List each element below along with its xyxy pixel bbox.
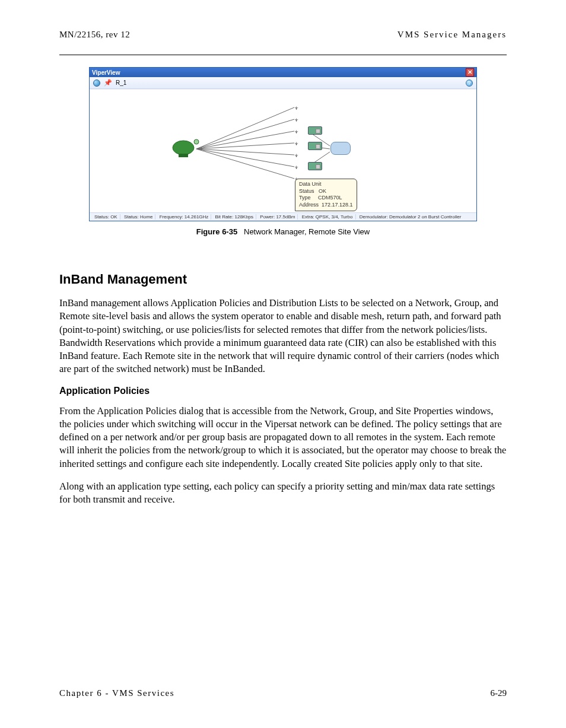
svg-text:⍖: ⍖ xyxy=(294,103,298,112)
tooltip-type-label: Type xyxy=(299,195,311,201)
viperview-window: ViperView ✕ 📌 R_1 ? xyxy=(89,67,477,221)
status-bar: Status: OK Status: Home Frequency: 14.26… xyxy=(90,212,476,221)
paragraph: Along with an application type setting, … xyxy=(59,480,507,507)
status-segment: Extra: QPSK, 3/4, Turbo xyxy=(300,214,356,220)
node-tooltip: Data Unit Status OK Type CDM570L Address… xyxy=(295,179,357,211)
tooltip-type-value: CDM570L xyxy=(318,195,342,201)
figure-caption-text: Network Manager, Remote Site View xyxy=(244,227,370,236)
status-segment: Status: OK xyxy=(92,214,120,220)
svg-point-19 xyxy=(194,139,199,144)
svg-point-17 xyxy=(173,141,194,155)
svg-text:⍖: ⍖ xyxy=(294,151,298,159)
footer-chapter: Chapter 6 - VMS Services xyxy=(59,688,174,698)
svg-line-0 xyxy=(196,107,294,149)
status-segment: Power: 17.5dBm xyxy=(257,214,298,220)
toolbar: 📌 R_1 ? xyxy=(90,77,476,89)
figure-caption: Figure 6-35 Network Manager, Remote Site… xyxy=(89,227,477,236)
svg-text:⍖: ⍖ xyxy=(294,139,298,147)
footer-page-number: 6-29 xyxy=(491,688,507,698)
close-icon[interactable]: ✕ xyxy=(466,68,474,77)
tooltip-addr-label: Address xyxy=(299,202,319,208)
paragraph: InBand management allows Application Pol… xyxy=(59,297,507,376)
status-segment: Demodulator: Demodulator 2 on Burst Cont… xyxy=(357,214,464,220)
heading-inband-management: InBand Management xyxy=(59,272,507,287)
svg-text:⍖: ⍖ xyxy=(294,163,298,171)
window-title: ViperView xyxy=(92,69,120,76)
toolbar-label: R_1 xyxy=(116,80,126,86)
network-cloud-icon[interactable] xyxy=(330,142,351,155)
paragraph: From the Application Policies dialog tha… xyxy=(59,405,507,471)
tooltip-addr-value: 172.17.128.1 xyxy=(322,202,353,208)
header-rule xyxy=(59,55,507,55)
heading-application-policies: Application Policies xyxy=(59,386,507,396)
device-node[interactable] xyxy=(308,126,322,135)
status-segment: Status: Home xyxy=(122,214,155,220)
svg-rect-18 xyxy=(179,154,188,157)
svg-text:⍖: ⍖ xyxy=(294,127,298,135)
tooltip-status-value: OK xyxy=(319,188,326,194)
topology-lines: ⍖ ⍖ ⍖ ⍖ ⍖ ⍖ ⍖ xyxy=(90,90,476,212)
globe-icon[interactable] xyxy=(93,80,100,87)
tooltip-title: Data Unit xyxy=(299,181,353,188)
svg-text:⍖: ⍖ xyxy=(294,115,298,123)
doc-section: VMS Service Managers xyxy=(398,30,507,40)
figure-screenshot: ViperView ✕ 📌 R_1 ? xyxy=(89,67,477,236)
pin-icon[interactable]: 📌 xyxy=(104,79,112,87)
window-titlebar[interactable]: ViperView ✕ xyxy=(90,68,476,77)
network-diagram[interactable]: ⍖ ⍖ ⍖ ⍖ ⍖ ⍖ ⍖ xyxy=(90,89,476,212)
tooltip-status-label: Status xyxy=(299,188,314,194)
status-segment: Frequency: 14.261GHz xyxy=(157,214,212,220)
status-segment: Bit Rate: 128Kbps xyxy=(213,214,256,220)
help-icon[interactable]: ? xyxy=(466,80,473,87)
figure-label: Figure 6-35 xyxy=(196,227,237,236)
doc-id: MN/22156, rev 12 xyxy=(59,30,130,40)
device-node[interactable] xyxy=(308,142,322,150)
device-node[interactable] xyxy=(308,162,322,170)
